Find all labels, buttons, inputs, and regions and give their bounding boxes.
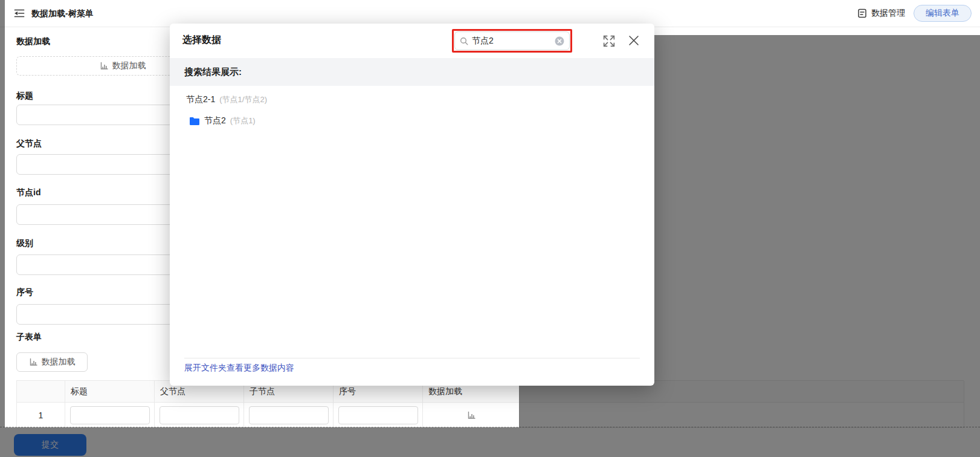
- search-input[interactable]: [472, 36, 551, 46]
- result-path: (节点1/节点2): [219, 94, 267, 105]
- expand-folders-link[interactable]: 展开文件夹查看更多数据内容: [184, 363, 294, 374]
- row-child-node-input[interactable]: [249, 406, 329, 424]
- data-manage-label: 数据管理: [871, 8, 905, 19]
- result-path: (节点1): [230, 115, 256, 126]
- bar-chart-icon: [100, 62, 108, 70]
- menu-fold-icon[interactable]: [14, 8, 25, 19]
- row-title-input[interactable]: [70, 406, 150, 424]
- folder-icon: [189, 117, 200, 126]
- form-list-icon: [857, 8, 867, 18]
- result-name: 节点2-1: [186, 94, 215, 105]
- page-title: 数据加载-树菜单: [31, 8, 94, 19]
- app-screen: 数据加载-树菜单 数据管理 编辑表单 数据加载 数据加载 标题 父节点 节点id…: [0, 0, 980, 457]
- field-label-subform: 子表单: [16, 332, 42, 343]
- field-label-title: 标题: [16, 91, 33, 102]
- close-icon[interactable]: [627, 34, 640, 47]
- row-parent-node-input[interactable]: [160, 406, 239, 424]
- data-manage-button[interactable]: 数据管理: [857, 8, 905, 19]
- subform-data-load-button[interactable]: 数据加载: [16, 352, 88, 372]
- field-label-data-load: 数据加载: [16, 36, 50, 47]
- field-label-level: 级别: [16, 238, 33, 249]
- fullscreen-icon[interactable]: [603, 35, 615, 47]
- row-seq-input[interactable]: [338, 406, 418, 424]
- table-header-title: 标题: [65, 381, 155, 403]
- bar-chart-icon: [467, 411, 475, 420]
- modal-title: 选择数据: [182, 34, 221, 47]
- select-data-modal: 选择数据 搜索结果展示: 节点2-1 (节点1/节点2) 节点2 (节点1): [170, 24, 654, 386]
- result-item-node2[interactable]: 节点2 (节点1): [189, 114, 256, 128]
- row-index: 1: [17, 403, 65, 428]
- search-highlight-annotation: [452, 29, 572, 53]
- field-label-parent-node: 父节点: [16, 138, 42, 149]
- search-icon: [460, 37, 468, 45]
- backdrop-bottom: [5, 427, 519, 457]
- search-results-header: 搜索结果展示:: [184, 58, 242, 86]
- row-data-load-button[interactable]: [423, 403, 520, 428]
- result-item-node2-1[interactable]: 节点2-1 (节点1/节点2): [186, 93, 267, 106]
- table-header-index: [17, 381, 65, 403]
- edit-form-button[interactable]: 编辑表单: [914, 5, 972, 22]
- modal-footer-divider: [184, 358, 640, 358]
- field-label-node-id: 节点id: [16, 187, 40, 198]
- result-name: 节点2: [204, 115, 226, 126]
- search-box: [454, 31, 570, 50]
- clear-search-icon[interactable]: [555, 36, 564, 46]
- backdrop-left: [0, 0, 5, 457]
- topbar-actions: 数据管理 编辑表单: [857, 5, 972, 22]
- search-results-band: 搜索结果展示:: [170, 58, 654, 86]
- data-load-picker-label: 数据加载: [112, 60, 146, 71]
- field-label-seq: 序号: [16, 287, 33, 298]
- bar-chart-icon: [29, 358, 37, 366]
- subform-data-load-label: 数据加载: [42, 357, 76, 368]
